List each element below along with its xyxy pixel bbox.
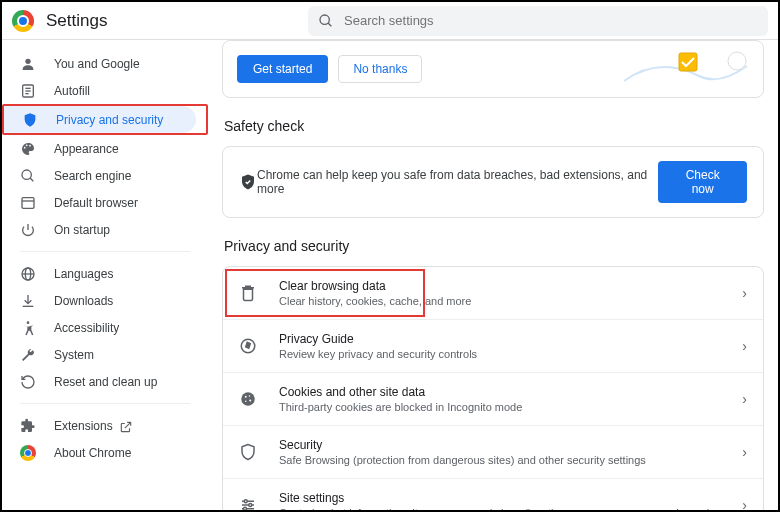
sidebar-item-label: Extensions [54, 419, 113, 433]
search-icon [20, 168, 36, 184]
sidebar-item-label: Search engine [54, 169, 131, 183]
svg-point-31 [249, 504, 252, 507]
sidebar-item-on-startup[interactable]: On startup [2, 216, 198, 243]
chrome-logo-icon [12, 10, 34, 32]
promo-illustration-icon [619, 51, 749, 87]
svg-point-7 [24, 146, 26, 148]
privacy-security-title: Privacy and security [224, 238, 764, 254]
search-input[interactable] [344, 13, 758, 28]
globe-icon [20, 266, 36, 282]
privacy-row-site-settings[interactable]: Site settingsControls what information s… [223, 479, 763, 510]
get-started-button[interactable]: Get started [237, 55, 328, 83]
autofill-icon [20, 83, 36, 99]
row-title: Security [279, 438, 646, 452]
extension-icon [20, 418, 36, 434]
browser-icon [20, 195, 36, 211]
svg-point-9 [29, 144, 31, 146]
svg-point-30 [244, 500, 247, 503]
row-text: Cookies and other site dataThird-party c… [279, 385, 522, 413]
sidebar-item-appearance[interactable]: Appearance [2, 135, 198, 162]
accessibility-icon [20, 320, 36, 336]
sidebar-item-label: Default browser [54, 196, 138, 210]
row-text: Privacy GuideReview key privacy and secu… [279, 332, 477, 360]
sidebar-item-accessibility[interactable]: Accessibility [2, 314, 198, 341]
promo-card: Get started No thanks [222, 40, 764, 98]
sidebar-item-label: Reset and clean up [54, 375, 157, 389]
svg-rect-12 [22, 197, 34, 208]
sidebar-item-autofill[interactable]: Autofill [2, 77, 198, 104]
sidebar-item-label: System [54, 348, 94, 362]
safety-check-text: Chrome can help keep you safe from data … [257, 168, 658, 196]
sidebar-item-label: Appearance [54, 142, 119, 156]
compass-icon [239, 337, 257, 355]
row-subtitle: Safe Browsing (protection from dangerous… [279, 454, 646, 466]
sidebar-item-system[interactable]: System [2, 341, 198, 368]
page-title: Settings [46, 11, 107, 31]
trash-icon [239, 284, 257, 302]
safety-check-title: Safety check [224, 118, 764, 134]
sidebar-item-about-chrome[interactable]: About Chrome [2, 439, 198, 466]
sidebar-item-search-engine[interactable]: Search engine [2, 162, 198, 189]
sidebar-item-privacy-and-security[interactable]: Privacy and security [4, 106, 196, 133]
svg-point-0 [320, 15, 329, 24]
check-now-button[interactable]: Check now [658, 161, 747, 203]
search-icon [318, 13, 334, 29]
svg-point-26 [245, 401, 247, 403]
sidebar-item-you-and-google[interactable]: You and Google [2, 50, 198, 77]
svg-point-2 [25, 58, 30, 63]
row-title: Privacy Guide [279, 332, 477, 346]
wrench-icon [20, 347, 36, 363]
sidebar-item-label: Downloads [54, 294, 113, 308]
svg-point-24 [249, 395, 251, 397]
sidebar-item-downloads[interactable]: Downloads [2, 287, 198, 314]
sidebar-item-label: Languages [54, 267, 113, 281]
svg-point-18 [27, 321, 30, 324]
chevron-right-icon: › [742, 338, 747, 354]
row-title: Clear browsing data [279, 279, 471, 293]
privacy-row-privacy-guide[interactable]: Privacy GuideReview key privacy and secu… [223, 320, 763, 373]
header: Settings [2, 2, 778, 40]
chrome-icon [20, 445, 36, 461]
svg-point-10 [22, 170, 31, 179]
sidebar-item-label: On startup [54, 223, 110, 237]
svg-point-20 [728, 52, 746, 70]
svg-point-32 [244, 507, 247, 510]
svg-line-11 [30, 178, 33, 181]
row-subtitle: Controls what information sites can use … [279, 507, 711, 510]
chevron-right-icon: › [742, 497, 747, 510]
privacy-row-cookies-and-other-site-data[interactable]: Cookies and other site dataThird-party c… [223, 373, 763, 426]
sidebar-item-label: Autofill [54, 84, 90, 98]
sidebar-item-label: You and Google [54, 57, 140, 71]
chevron-right-icon: › [742, 391, 747, 407]
sidebar-separator [20, 403, 190, 404]
privacy-row-security[interactable]: SecuritySafe Browsing (protection from d… [223, 426, 763, 479]
external-link-icon [119, 420, 131, 432]
safety-check-card: Chrome can help keep you safe from data … [222, 146, 764, 218]
sidebar: You and GoogleAutofillPrivacy and securi… [2, 40, 208, 510]
svg-point-22 [241, 392, 255, 406]
main-content: Get started No thanks Safety check Chrom… [208, 40, 778, 510]
row-text: SecuritySafe Browsing (protection from d… [279, 438, 646, 466]
palette-icon [20, 141, 36, 157]
search-box[interactable] [308, 6, 768, 36]
svg-point-8 [26, 144, 28, 146]
privacy-row-clear-browsing-data[interactable]: Clear browsing dataClear history, cookie… [223, 267, 763, 320]
cookie-icon [239, 390, 257, 408]
person-icon [20, 56, 36, 72]
sliders-icon [239, 496, 257, 510]
sidebar-item-extensions[interactable]: Extensions [2, 412, 198, 439]
shield-check-icon [239, 173, 257, 191]
svg-point-25 [249, 400, 251, 402]
svg-line-1 [328, 23, 331, 26]
no-thanks-button[interactable]: No thanks [338, 55, 422, 83]
sidebar-item-reset-and-clean-up[interactable]: Reset and clean up [2, 368, 198, 395]
row-text: Site settingsControls what information s… [279, 491, 711, 510]
sidebar-item-default-browser[interactable]: Default browser [2, 189, 198, 216]
row-subtitle: Clear history, cookies, cache, and more [279, 295, 471, 307]
sidebar-item-label: Accessibility [54, 321, 119, 335]
download-icon [20, 293, 36, 309]
sidebar-item-languages[interactable]: Languages [2, 260, 198, 287]
security-icon [239, 443, 257, 461]
row-text: Clear browsing dataClear history, cookie… [279, 279, 471, 307]
sidebar-item-label: About Chrome [54, 446, 131, 460]
